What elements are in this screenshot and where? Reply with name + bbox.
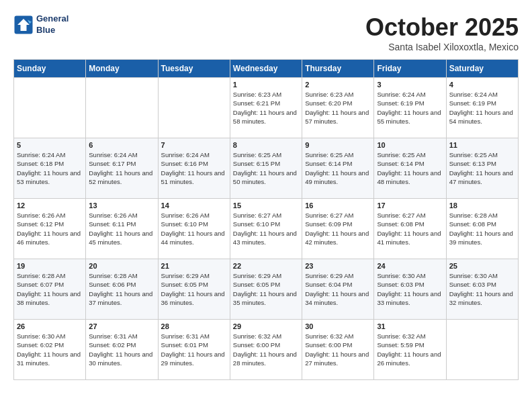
calendar-cell: 20Sunrise: 6:28 AM Sunset: 6:06 PM Dayli… xyxy=(86,259,158,320)
day-number: 23 xyxy=(305,262,371,270)
day-info: Sunrise: 6:24 AM Sunset: 6:19 PM Dayligh… xyxy=(377,90,443,126)
calendar-cell: 31Sunrise: 6:32 AM Sunset: 5:59 PM Dayli… xyxy=(374,320,446,380)
day-info: Sunrise: 6:31 AM Sunset: 6:01 PM Dayligh… xyxy=(161,332,227,367)
calendar-cell: 24Sunrise: 6:30 AM Sunset: 6:03 PM Dayli… xyxy=(374,259,446,320)
day-info: Sunrise: 6:31 AM Sunset: 6:02 PM Dayligh… xyxy=(89,332,154,367)
day-number: 3 xyxy=(377,81,443,89)
calendar-cell: 12Sunrise: 6:26 AM Sunset: 6:12 PM Dayli… xyxy=(14,199,86,259)
day-info: Sunrise: 6:30 AM Sunset: 6:03 PM Dayligh… xyxy=(449,271,515,307)
calendar-cell: 9Sunrise: 6:25 AM Sunset: 6:14 PM Daylig… xyxy=(302,138,374,199)
weekday-header: Friday xyxy=(374,60,446,78)
calendar-cell: 28Sunrise: 6:31 AM Sunset: 6:01 PM Dayli… xyxy=(158,320,230,380)
day-number: 26 xyxy=(17,322,83,330)
day-info: Sunrise: 6:24 AM Sunset: 6:17 PM Dayligh… xyxy=(89,150,154,186)
day-number: 15 xyxy=(233,201,299,210)
day-number: 24 xyxy=(377,262,443,270)
calendar-cell xyxy=(446,320,518,380)
day-number: 5 xyxy=(17,141,83,149)
calendar-cell: 4Sunrise: 6:24 AM Sunset: 6:19 PM Daylig… xyxy=(446,78,518,138)
day-number: 14 xyxy=(161,201,227,210)
calendar-cell: 22Sunrise: 6:29 AM Sunset: 6:05 PM Dayli… xyxy=(230,259,302,320)
calendar-cell: 17Sunrise: 6:27 AM Sunset: 6:08 PM Dayli… xyxy=(374,199,446,259)
calendar-cell: 19Sunrise: 6:28 AM Sunset: 6:07 PM Dayli… xyxy=(14,259,86,320)
day-number: 20 xyxy=(89,262,154,270)
day-info: Sunrise: 6:29 AM Sunset: 6:05 PM Dayligh… xyxy=(233,271,299,307)
day-info: Sunrise: 6:32 AM Sunset: 5:59 PM Dayligh… xyxy=(377,332,443,367)
calendar-cell: 15Sunrise: 6:27 AM Sunset: 6:10 PM Dayli… xyxy=(230,199,302,259)
calendar-cell: 2Sunrise: 6:23 AM Sunset: 6:20 PM Daylig… xyxy=(302,78,374,138)
day-number: 2 xyxy=(305,81,371,89)
calendar-cell: 21Sunrise: 6:29 AM Sunset: 6:05 PM Dayli… xyxy=(158,259,230,320)
day-info: Sunrise: 6:28 AM Sunset: 6:07 PM Dayligh… xyxy=(17,271,83,307)
day-number: 27 xyxy=(89,322,154,330)
calendar-cell xyxy=(14,78,86,138)
day-number: 4 xyxy=(449,81,515,89)
day-number: 7 xyxy=(161,141,227,149)
weekday-header-row: SundayMondayTuesdayWednesdayThursdayFrid… xyxy=(14,60,519,78)
day-number: 8 xyxy=(233,141,299,149)
day-info: Sunrise: 6:25 AM Sunset: 6:14 PM Dayligh… xyxy=(377,150,443,186)
day-info: Sunrise: 6:25 AM Sunset: 6:13 PM Dayligh… xyxy=(449,150,515,186)
calendar-cell: 8Sunrise: 6:25 AM Sunset: 6:15 PM Daylig… xyxy=(230,138,302,199)
month-title: October 2025 xyxy=(365,13,519,42)
day-info: Sunrise: 6:26 AM Sunset: 6:11 PM Dayligh… xyxy=(89,211,154,246)
day-number: 21 xyxy=(161,262,227,270)
day-info: Sunrise: 6:30 AM Sunset: 6:02 PM Dayligh… xyxy=(17,332,83,367)
calendar-cell: 10Sunrise: 6:25 AM Sunset: 6:14 PM Dayli… xyxy=(374,138,446,199)
day-number: 30 xyxy=(305,322,371,330)
calendar-cell: 13Sunrise: 6:26 AM Sunset: 6:11 PM Dayli… xyxy=(86,199,158,259)
page-header: General Blue October 2025 Santa Isabel X… xyxy=(13,13,519,52)
day-number: 12 xyxy=(17,201,83,210)
day-number: 18 xyxy=(449,201,515,210)
calendar-cell xyxy=(86,78,158,138)
day-number: 19 xyxy=(17,262,83,270)
day-info: Sunrise: 6:24 AM Sunset: 6:18 PM Dayligh… xyxy=(17,150,83,186)
calendar-cell: 7Sunrise: 6:24 AM Sunset: 6:16 PM Daylig… xyxy=(158,138,230,199)
day-info: Sunrise: 6:29 AM Sunset: 6:05 PM Dayligh… xyxy=(161,271,227,307)
weekday-header: Monday xyxy=(86,60,158,78)
calendar-cell: 18Sunrise: 6:28 AM Sunset: 6:08 PM Dayli… xyxy=(446,199,518,259)
day-info: Sunrise: 6:27 AM Sunset: 6:08 PM Dayligh… xyxy=(377,211,443,246)
calendar-week-row: 26Sunrise: 6:30 AM Sunset: 6:02 PM Dayli… xyxy=(14,320,519,380)
weekday-header: Tuesday xyxy=(158,60,230,78)
logo: General Blue xyxy=(13,13,69,36)
day-number: 28 xyxy=(161,322,227,330)
logo-icon xyxy=(13,15,34,35)
calendar-cell: 11Sunrise: 6:25 AM Sunset: 6:13 PM Dayli… xyxy=(446,138,518,199)
day-info: Sunrise: 6:24 AM Sunset: 6:19 PM Dayligh… xyxy=(449,90,515,126)
day-info: Sunrise: 6:32 AM Sunset: 6:00 PM Dayligh… xyxy=(305,332,371,367)
calendar-cell: 27Sunrise: 6:31 AM Sunset: 6:02 PM Dayli… xyxy=(86,320,158,380)
weekday-header: Sunday xyxy=(14,60,86,78)
weekday-header: Thursday xyxy=(302,60,374,78)
day-info: Sunrise: 6:24 AM Sunset: 6:16 PM Dayligh… xyxy=(161,150,227,186)
day-number: 22 xyxy=(233,262,299,270)
title-block: October 2025 Santa Isabel Xiloxoxtla, Me… xyxy=(365,13,519,52)
day-number: 6 xyxy=(89,141,154,149)
calendar-week-row: 19Sunrise: 6:28 AM Sunset: 6:07 PM Dayli… xyxy=(14,259,519,320)
day-info: Sunrise: 6:29 AM Sunset: 6:04 PM Dayligh… xyxy=(305,271,371,307)
day-number: 17 xyxy=(377,201,443,210)
day-number: 16 xyxy=(305,201,371,210)
calendar-cell: 26Sunrise: 6:30 AM Sunset: 6:02 PM Dayli… xyxy=(14,320,86,380)
day-info: Sunrise: 6:23 AM Sunset: 6:20 PM Dayligh… xyxy=(305,90,371,126)
calendar-cell: 14Sunrise: 6:26 AM Sunset: 6:10 PM Dayli… xyxy=(158,199,230,259)
day-info: Sunrise: 6:30 AM Sunset: 6:03 PM Dayligh… xyxy=(377,271,443,307)
weekday-header: Saturday xyxy=(446,60,518,78)
calendar-week-row: 5Sunrise: 6:24 AM Sunset: 6:18 PM Daylig… xyxy=(14,138,519,199)
day-info: Sunrise: 6:25 AM Sunset: 6:14 PM Dayligh… xyxy=(305,150,371,186)
calendar-cell: 25Sunrise: 6:30 AM Sunset: 6:03 PM Dayli… xyxy=(446,259,518,320)
day-info: Sunrise: 6:28 AM Sunset: 6:06 PM Dayligh… xyxy=(89,271,154,307)
calendar-week-row: 1Sunrise: 6:23 AM Sunset: 6:21 PM Daylig… xyxy=(14,78,519,138)
calendar-cell: 23Sunrise: 6:29 AM Sunset: 6:04 PM Dayli… xyxy=(302,259,374,320)
day-info: Sunrise: 6:25 AM Sunset: 6:15 PM Dayligh… xyxy=(233,150,299,186)
calendar-cell: 16Sunrise: 6:27 AM Sunset: 6:09 PM Dayli… xyxy=(302,199,374,259)
calendar-cell: 1Sunrise: 6:23 AM Sunset: 6:21 PM Daylig… xyxy=(230,78,302,138)
day-number: 13 xyxy=(89,201,154,210)
calendar-week-row: 12Sunrise: 6:26 AM Sunset: 6:12 PM Dayli… xyxy=(14,199,519,259)
day-info: Sunrise: 6:28 AM Sunset: 6:08 PM Dayligh… xyxy=(449,211,515,246)
day-info: Sunrise: 6:26 AM Sunset: 6:12 PM Dayligh… xyxy=(17,211,83,246)
day-number: 31 xyxy=(377,322,443,330)
day-info: Sunrise: 6:27 AM Sunset: 6:09 PM Dayligh… xyxy=(305,211,371,246)
weekday-header: Wednesday xyxy=(230,60,302,78)
calendar-cell xyxy=(158,78,230,138)
